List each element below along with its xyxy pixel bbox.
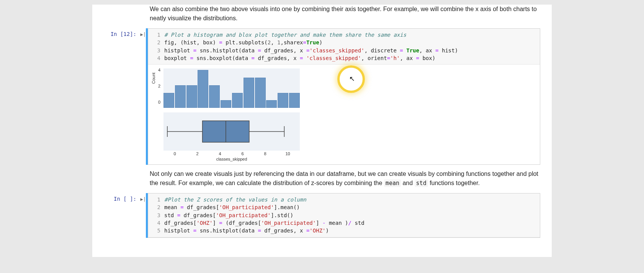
run-cell-button[interactable]: ▶| (141, 197, 146, 202)
code-cell-1: In [12]: ▶| 1# Plot a histogram and blox… (104, 28, 540, 165)
prompt-label: In [12]: (111, 31, 136, 37)
highlight-ring-icon (337, 65, 365, 93)
line-number: 2 (151, 39, 164, 46)
code-editor[interactable]: 1#Plot the Z scores of the values in a c… (148, 193, 540, 237)
x-axis-label: classes_skipped (163, 157, 300, 161)
histogram-bar (289, 93, 300, 108)
markdown-paragraph-2: Not only can we create visuals just by r… (150, 169, 540, 188)
boxplot-svg (163, 112, 300, 151)
histogram-bar (278, 93, 288, 108)
code-editor[interactable]: 1# Plot a histogram and blox plot togeth… (148, 29, 540, 65)
histogram-bar (221, 100, 231, 108)
line-number: 3 (151, 47, 164, 54)
prompt-label: In [ ]: (114, 196, 136, 202)
histogram-bar (255, 78, 266, 108)
histogram-bar (175, 85, 186, 108)
y-tick: 0 (158, 100, 160, 104)
code-cell-2: In [ ]: ▶| 1#Plot the Z scores of the va… (104, 193, 540, 237)
histogram-bar (209, 85, 220, 108)
line-number: 1 (151, 31, 164, 39)
y-axis-label: Count (151, 73, 156, 84)
line-number: 4 (151, 54, 164, 62)
line-number: 4 (151, 219, 164, 227)
run-cell-button[interactable]: ▶| (141, 32, 146, 37)
histogram-bar (186, 85, 197, 108)
line-number: 1 (151, 196, 164, 203)
line-number: 2 (151, 203, 164, 211)
line-number: 3 (151, 211, 164, 219)
cell-output: Count 4 2 0 0 2 4 (148, 65, 540, 164)
prompt-column: In [ ]: ▶| (104, 193, 146, 237)
line-number: 5 (151, 227, 164, 234)
paragraph-text: We can also combine the two above visual… (150, 6, 537, 21)
histogram-bar (266, 100, 277, 108)
inline-code-std: std (415, 179, 428, 187)
histogram-bar (163, 93, 174, 108)
markdown-paragraph-1: We can also combine the two above visual… (150, 5, 540, 23)
plot-figure: Count 4 2 0 0 2 4 (163, 68, 300, 161)
box-plot (163, 112, 300, 151)
histogram-plot: Count 4 2 0 (163, 68, 300, 108)
y-tick: 4 (158, 68, 160, 72)
cell-body: 1# Plot a histogram and blox plot togeth… (148, 28, 540, 165)
histogram-bar (232, 93, 243, 108)
paragraph-text: Not only can we create visuals just by r… (150, 171, 538, 186)
histogram-bar (244, 78, 254, 108)
histogram-bar (198, 70, 208, 108)
prompt-column: In [12]: ▶| (104, 28, 146, 165)
inline-code-mean: mean (384, 179, 401, 187)
y-tick: 2 (158, 84, 160, 88)
cursor-icon: ↖ (349, 75, 355, 83)
cell-body: 1#Plot the Z scores of the values in a c… (148, 193, 540, 237)
x-ticks: 0 2 4 6 8 10 (163, 151, 300, 156)
